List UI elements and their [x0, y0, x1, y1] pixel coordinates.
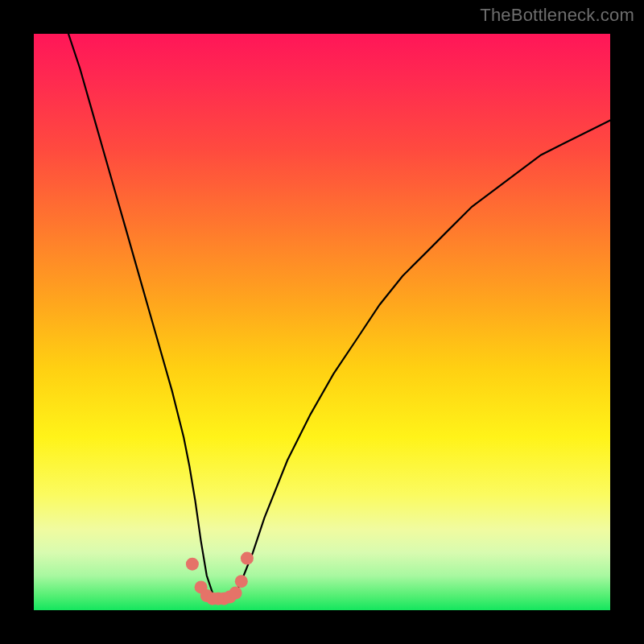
valley-dot [229, 587, 242, 600]
bottleneck-curve [68, 34, 610, 599]
chart-frame: TheBottleneck.com [0, 0, 644, 644]
valley-dots [186, 552, 254, 605]
watermark-text: TheBottleneck.com [480, 5, 634, 26]
valley-dot [186, 558, 199, 571]
plot-area [34, 34, 610, 610]
valley-dot [241, 552, 254, 565]
curve-layer [34, 34, 610, 610]
valley-dot [235, 575, 248, 588]
